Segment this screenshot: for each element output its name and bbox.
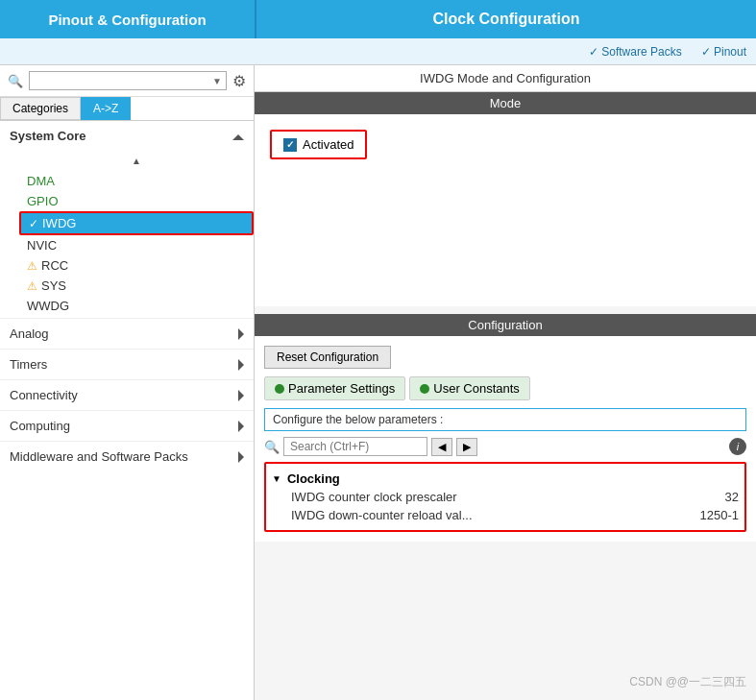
mode-section: Mode Activated	[255, 92, 756, 306]
search-input[interactable]	[34, 74, 212, 87]
header-right-title: Clock Configuration	[255, 0, 756, 38]
config-search-input[interactable]	[283, 437, 427, 456]
sidebar-item-rcc[interactable]: ⚠ RCC	[19, 255, 254, 276]
clocking-header: ▼ Clocking	[272, 470, 739, 488]
timers-arrow-icon	[238, 359, 244, 371]
system-core-header[interactable]: System Core	[0, 121, 254, 151]
content-area: 🔍 ▼ ⚙ Categories A->Z System Core	[0, 65, 756, 700]
config-section: Configuration Reset Configuration Parame…	[255, 314, 756, 542]
sidebar-category-analog[interactable]: Analog	[0, 318, 254, 349]
search-input-wrapper[interactable]: ▼	[29, 71, 227, 90]
clocking-collapse-icon[interactable]: ▼	[272, 473, 281, 484]
middleware-label: Middleware and Software Packs	[10, 449, 188, 464]
panel-title: IWDG Mode and Configuration	[255, 65, 756, 92]
next-btn[interactable]: ▶	[456, 438, 477, 456]
right-panel: IWDG Mode and Configuration Mode Activat…	[255, 65, 756, 700]
analog-label: Analog	[10, 326, 48, 341]
prev-btn[interactable]: ◀	[431, 438, 452, 456]
config-desc: Configure the below parameters :	[264, 408, 746, 431]
sidebar-item-iwdg[interactable]: ✓ IWDG	[19, 211, 254, 235]
param-tabs: Parameter Settings User Constants	[264, 376, 746, 400]
collapse-icon[interactable]: ▲	[132, 156, 141, 166]
config-content: Reset Configuration Parameter Settings U…	[255, 336, 756, 542]
activated-checkbox[interactable]	[283, 138, 297, 152]
clocking-tree: ▼ Clocking IWDG counter clock prescaler …	[264, 462, 746, 532]
connectivity-label: Connectivity	[10, 388, 78, 402]
arrow-up-icon	[232, 134, 244, 140]
connectivity-arrow-icon	[238, 390, 244, 401]
sys-label: SYS	[41, 278, 66, 293]
sidebar-category-computing[interactable]: Computing	[0, 410, 254, 441]
sidebar-item-gpio[interactable]: GPIO	[19, 191, 254, 211]
header-left-title: Pinout & Configuration	[0, 0, 255, 38]
search-magnifier-icon: 🔍	[8, 74, 23, 88]
dropdown-arrow-icon[interactable]: ▼	[212, 76, 222, 86]
sidebar-item-sys[interactable]: ⚠ SYS	[19, 276, 254, 296]
sidebar-item-nvic[interactable]: NVIC	[19, 235, 254, 255]
clocking-item-0-value: 32	[718, 490, 739, 504]
top-header: Pinout & Configuration Clock Configurati…	[0, 0, 756, 38]
clocking-label: Clocking	[287, 471, 340, 486]
search-bar: 🔍 ▼ ⚙	[0, 65, 254, 97]
mode-content: Activated	[255, 114, 756, 306]
info-icon[interactable]: i	[729, 438, 746, 455]
reset-config-button[interactable]: Reset Configuration	[264, 346, 391, 369]
iwdg-label: IWDG	[42, 216, 76, 230]
clocking-item-0-label: IWDG counter clock prescaler	[291, 490, 718, 504]
sub-header-right: ✓ Software Packs ✓ Pinout	[255, 38, 756, 64]
system-core-items: ▲ DMA GPIO ✓ IWDG NVIC ⚠ RCC	[0, 151, 254, 318]
search-row-magnifier-icon: 🔍	[264, 440, 280, 454]
clocking-item-1-value: 1250-1	[693, 508, 739, 522]
sidebar-item-wwdg[interactable]: WWDG	[19, 296, 254, 316]
iwdg-check-icon: ✓	[29, 217, 38, 230]
clocking-item-1-label: IWDG down-counter reload val...	[291, 508, 693, 522]
search-row: 🔍 ◀ ▶ i	[264, 437, 746, 456]
tab-categories[interactable]: Categories	[0, 97, 81, 120]
sidebar-item-dma[interactable]: DMA	[19, 171, 254, 191]
sub-header-left	[0, 38, 255, 64]
software-packs-btn[interactable]: ✓ Software Packs	[589, 45, 682, 59]
sidebar: 🔍 ▼ ⚙ Categories A->Z System Core	[0, 65, 255, 700]
computing-label: Computing	[10, 419, 70, 433]
sub-header: ✓ Software Packs ✓ Pinout	[0, 38, 756, 65]
activated-label: Activated	[303, 137, 354, 152]
param-settings-label: Parameter Settings	[288, 381, 395, 396]
clocking-item-0: IWDG counter clock prescaler 32	[272, 488, 739, 506]
system-core-arrow	[232, 129, 244, 143]
wwdg-label: WWDG	[27, 299, 69, 313]
gear-icon[interactable]: ⚙	[232, 72, 246, 90]
tab-az[interactable]: A->Z	[81, 97, 131, 120]
sidebar-category-connectivity[interactable]: Connectivity	[0, 379, 254, 410]
param-settings-dot	[275, 384, 284, 394]
rcc-warn-icon: ⚠	[27, 259, 37, 273]
timers-label: Timers	[10, 357, 47, 372]
system-core-label: System Core	[10, 129, 85, 143]
dma-label: DMA	[27, 174, 55, 188]
mode-header: Mode	[255, 92, 756, 114]
clocking-item-1: IWDG down-counter reload val... 1250-1	[272, 506, 739, 524]
activated-box: Activated	[270, 130, 367, 159]
user-constants-dot	[420, 384, 429, 394]
middleware-arrow-icon	[238, 451, 244, 463]
user-constants-tab[interactable]: User Constants	[409, 376, 530, 400]
user-constants-label: User Constants	[433, 381, 520, 396]
gpio-label: GPIO	[27, 194, 59, 208]
sidebar-category-middleware[interactable]: Middleware and Software Packs	[0, 441, 254, 471]
nvic-label: NVIC	[27, 238, 57, 253]
config-header: Configuration	[255, 314, 756, 336]
computing-arrow-icon	[238, 421, 244, 432]
main-container: Pinout & Configuration Clock Configurati…	[0, 0, 756, 700]
sidebar-tabs: Categories A->Z	[0, 97, 254, 121]
rcc-label: RCC	[41, 258, 68, 273]
sys-warn-icon: ⚠	[27, 279, 37, 293]
watermark: CSDN @@一二三四五	[629, 674, 746, 690]
analog-arrow-icon	[238, 328, 244, 340]
param-settings-tab[interactable]: Parameter Settings	[264, 376, 405, 400]
sidebar-category-timers[interactable]: Timers	[0, 349, 254, 379]
pinout-btn[interactable]: ✓ Pinout	[701, 45, 746, 59]
